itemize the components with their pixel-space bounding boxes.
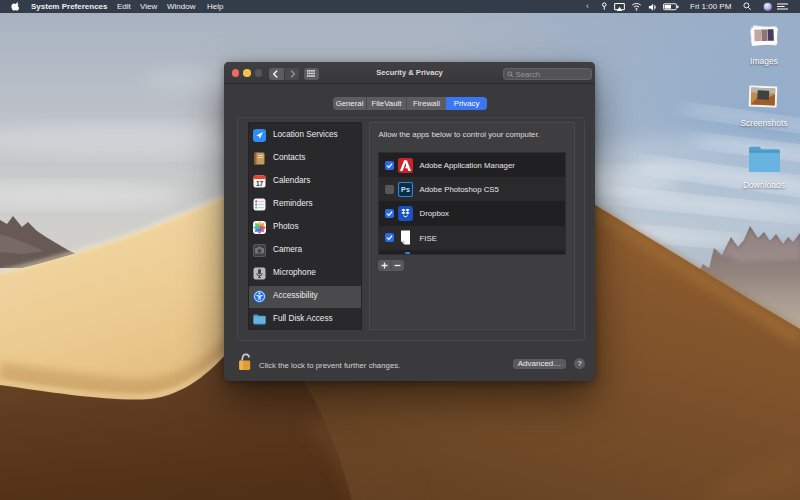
- svg-text:Ps: Ps: [401, 185, 410, 194]
- svg-text:17: 17: [256, 179, 264, 186]
